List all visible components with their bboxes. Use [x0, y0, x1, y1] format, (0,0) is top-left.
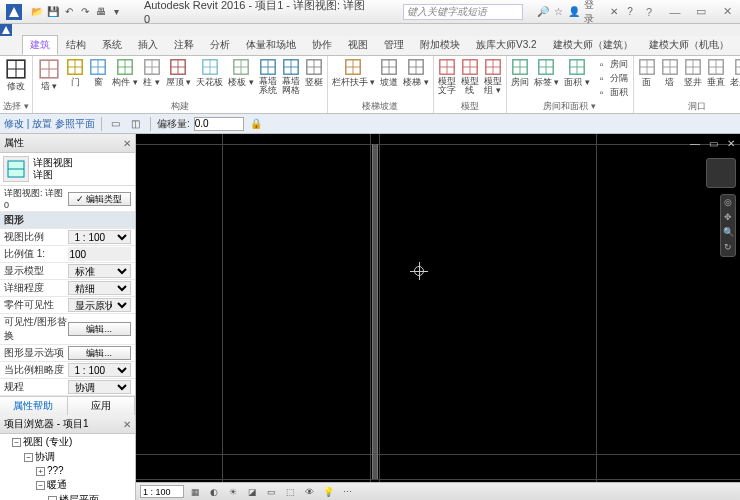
ob-pick-icon[interactable]: ◫ — [128, 116, 144, 132]
tool-mgroup[interactable]: 模型组 ▾ — [482, 57, 504, 96]
tree-toggle-icon[interactable]: − — [48, 496, 57, 500]
tree-item[interactable]: −协调+???−暖通−楼层平面1 - 机械 — [24, 449, 135, 500]
view-cube[interactable] — [706, 158, 736, 188]
tree-item[interactable]: −楼层平面1 - 机械 — [48, 492, 135, 500]
vc-min-icon[interactable]: — — [688, 136, 702, 150]
draft-vertical-line[interactable] — [222, 134, 223, 482]
tool-tag[interactable]: 标签 ▾ — [532, 57, 562, 88]
tool-area[interactable]: 面积 ▾ — [562, 57, 592, 88]
tool-op-v[interactable]: 垂直 — [705, 57, 727, 88]
tool-op-face[interactable]: 面 — [636, 57, 658, 88]
prop-select[interactable]: 1 : 100 — [68, 230, 132, 244]
nav-wheel-icon[interactable]: ◎ — [722, 197, 734, 209]
tab-13[interactable]: 建模大师（机电） — [641, 35, 737, 55]
tree-item[interactable]: +??? — [36, 464, 135, 477]
browser-close-icon[interactable]: ✕ — [123, 419, 131, 430]
qat-undo-icon[interactable]: ↶ — [62, 5, 76, 19]
project-browser[interactable]: −视图 (专业)−协调+???−暖通−楼层平面1 - 机械+卫浴−机械−暖通−楼… — [0, 434, 135, 500]
vc-close-icon[interactable]: ✕ — [724, 136, 738, 150]
tree-toggle-icon[interactable]: − — [36, 481, 45, 490]
nav-zoom-icon[interactable]: 🔍 — [722, 227, 734, 239]
tool-cgrid[interactable]: 幕墙网格 — [280, 57, 302, 96]
tool-comp[interactable]: 构件 ▾ — [110, 57, 140, 88]
draft-vertical-line[interactable] — [379, 134, 380, 482]
prop-select[interactable]: 标准 — [68, 264, 132, 278]
qat-open-icon[interactable]: 📂 — [30, 5, 44, 19]
minimize-button[interactable]: — — [662, 2, 688, 22]
crop-view-icon[interactable]: ▭ — [263, 485, 279, 499]
tool-wall[interactable]: 墙 ▾ — [35, 57, 63, 92]
tool-dormer[interactable]: 老虎窗 — [728, 57, 740, 88]
help-button[interactable]: ? — [636, 2, 662, 22]
prop-select[interactable]: 协调 — [68, 380, 132, 394]
tab-0[interactable]: 建筑 — [22, 35, 58, 55]
tab-10[interactable]: 附加模块 — [412, 35, 468, 55]
edit-type-button[interactable]: ✓ 编辑类型 — [68, 192, 132, 206]
tool-shaft[interactable]: 竖井 — [682, 57, 704, 88]
tool-op-wall[interactable]: 墙 — [659, 57, 681, 88]
tab-12[interactable]: 建模大师（建筑） — [545, 35, 641, 55]
tool-mullion[interactable]: 竖梃 — [303, 57, 325, 88]
tool-room[interactable]: 房间 — [509, 57, 531, 88]
help-dropdown-icon[interactable]: ? — [624, 6, 636, 18]
ob-lock-icon[interactable]: 🔒 — [248, 116, 264, 132]
visual-style-icon[interactable]: ◐ — [206, 485, 222, 499]
tool-mline[interactable]: 模型线 — [459, 57, 481, 96]
reveal-hidden-icon[interactable]: 💡 — [320, 485, 336, 499]
scale-input[interactable] — [140, 485, 184, 498]
tool-roof[interactable]: 屋顶 ▾ — [164, 57, 194, 88]
tab-8[interactable]: 视图 — [340, 35, 376, 55]
tool-door[interactable]: 门 — [64, 57, 86, 88]
properties-close-icon[interactable]: ✕ — [123, 138, 131, 149]
exchange-icon[interactable]: ✕ — [608, 6, 620, 18]
type-selector[interactable]: 详图视图 详图 — [0, 153, 135, 186]
tree-toggle-icon[interactable]: − — [24, 453, 33, 462]
tab-9[interactable]: 管理 — [376, 35, 412, 55]
sun-path-icon[interactable]: ☀ — [225, 485, 241, 499]
tool-mtext[interactable]: 模型文字 — [436, 57, 458, 96]
tree-item[interactable]: −暖通−楼层平面1 - 机械 — [36, 477, 135, 500]
search-input[interactable]: 键入关键字或短语 — [403, 4, 522, 20]
tool-curtain[interactable]: 幕墙系统 — [257, 57, 279, 96]
tab-3[interactable]: 插入 — [130, 35, 166, 55]
tool-mini[interactable]: ▫房间 — [593, 57, 631, 71]
crop-region-icon[interactable]: ⬚ — [282, 485, 298, 499]
vc-max-icon[interactable]: ▭ — [706, 136, 720, 150]
tool-floor[interactable]: 楼板 ▾ — [226, 57, 256, 88]
qat-dropdown-icon[interactable]: ▾ — [110, 5, 124, 19]
tree-toggle-icon[interactable]: − — [12, 438, 21, 447]
properties-apply-button[interactable]: 应用 — [68, 397, 136, 415]
nav-pan-icon[interactable]: ✥ — [722, 212, 734, 224]
tool-mini[interactable]: ▫面积 — [593, 85, 631, 99]
tool-ramp[interactable]: 坡道 — [378, 57, 400, 88]
draft-vertical-line[interactable] — [596, 134, 597, 482]
tool-ceiling[interactable]: 天花板 — [194, 57, 225, 88]
prop-select[interactable]: 1 : 100 — [68, 363, 132, 377]
login-link[interactable]: 登录 — [584, 6, 604, 18]
tab-5[interactable]: 分析 — [202, 35, 238, 55]
tab-4[interactable]: 注释 — [166, 35, 202, 55]
tree-toggle-icon[interactable]: + — [36, 467, 45, 476]
tool-window[interactable]: 窗 — [87, 57, 109, 88]
maximize-button[interactable]: ▭ — [688, 2, 714, 22]
close-button[interactable]: ✕ — [714, 2, 740, 22]
prop-edit-button[interactable]: 编辑... — [68, 322, 132, 336]
draft-vertical-line[interactable] — [370, 134, 371, 482]
tool-stair[interactable]: 楼梯 ▾ — [401, 57, 431, 88]
tab-11[interactable]: 族库大师V3.2 — [468, 35, 545, 55]
draft-horizontal-line[interactable] — [136, 454, 740, 455]
tool-railing[interactable]: 栏杆扶手 ▾ — [330, 57, 378, 88]
tool-cursor[interactable]: 修改 — [2, 57, 30, 92]
qat-print-icon[interactable]: 🖶 — [94, 5, 108, 19]
app-icon[interactable] — [4, 2, 24, 22]
ob-draw-icon[interactable]: ▭ — [108, 116, 124, 132]
qat-redo-icon[interactable]: ↷ — [78, 5, 92, 19]
tool-column[interactable]: 柱 ▾ — [141, 57, 163, 88]
vb-more-icon[interactable]: ⋯ — [339, 485, 355, 499]
tab-6[interactable]: 体量和场地 — [238, 35, 304, 55]
tab-1[interactable]: 结构 — [58, 35, 94, 55]
canvas-area[interactable]: — ▭ ✕ ◎ ✥ 🔍 ↻ ▦ ◐ ☀ ◪ ▭ ⬚ 👁 💡 ⋯ — [136, 134, 740, 500]
tab-2[interactable]: 系统 — [94, 35, 130, 55]
prop-select[interactable]: 精细 — [68, 281, 132, 295]
tool-mini[interactable]: ▫分隔 — [593, 71, 631, 85]
